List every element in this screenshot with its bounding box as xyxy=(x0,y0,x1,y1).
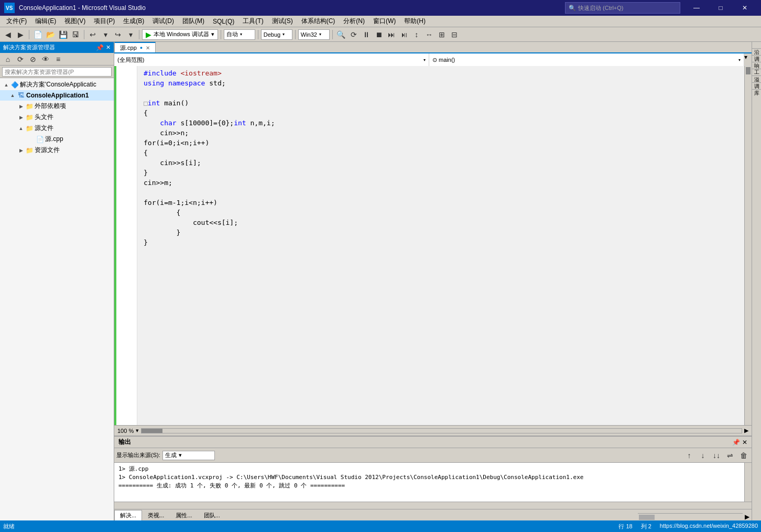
tree-external-deps[interactable]: ▶ 📁 外部依赖项 xyxy=(0,101,114,112)
tree-solution[interactable]: ▲ 🔷 解决方案'ConsoleApplicatic xyxy=(0,79,114,90)
output-scroll-end[interactable]: ↓↓ xyxy=(711,450,722,461)
menu-help[interactable]: 帮助(H) xyxy=(400,16,430,27)
sol-show-all-button[interactable]: 👁 xyxy=(40,53,51,65)
solution-search-input[interactable] xyxy=(2,67,112,77)
expand-source-icon[interactable]: ▲ xyxy=(17,124,25,133)
save-all-button[interactable]: 🖫 xyxy=(70,29,81,40)
expand-cpp-icon[interactable] xyxy=(27,135,36,144)
menu-team[interactable]: 团队(M) xyxy=(178,16,209,27)
menu-view[interactable]: 视图(V) xyxy=(60,16,90,27)
toolbar-btn-5[interactable]: ⏭ xyxy=(386,29,397,40)
redo-dropdown[interactable]: ▾ xyxy=(125,29,136,40)
expand-solution-icon[interactable]: ▲ xyxy=(2,81,10,89)
output-close-icon[interactable]: ✕ xyxy=(742,439,747,446)
menu-analyze[interactable]: 分析(N) xyxy=(339,16,369,27)
output-scroll-up[interactable]: ↑ xyxy=(683,450,695,461)
menu-sql[interactable]: SQL(Q) xyxy=(209,17,238,26)
expand-project-icon[interactable]: ▲ xyxy=(8,91,17,100)
output-clear[interactable]: 🗑 xyxy=(738,450,749,461)
right-strip-item-6[interactable]: 调 xyxy=(752,76,761,83)
new-file-button[interactable]: 📄 xyxy=(32,29,44,40)
scope-right-dropdown[interactable]: ⊙ main() ▾ xyxy=(429,53,744,66)
toolbar-btn-4[interactable]: ⏹ xyxy=(373,29,385,40)
output-pin-icon[interactable]: 📌 xyxy=(732,439,740,446)
toolbar-btn-1[interactable]: 🔍 xyxy=(335,29,347,40)
platform-dropdown[interactable]: Win32 ▾ xyxy=(298,29,330,40)
menu-window[interactable]: 窗口(W) xyxy=(369,16,400,27)
expand-external-icon[interactable]: ▶ xyxy=(17,102,25,111)
right-strip-item-2[interactable]: 调 xyxy=(752,49,761,56)
v-scroll-thumb[interactable] xyxy=(746,67,751,74)
undo-button[interactable]: ↩ xyxy=(87,29,99,40)
debug-dropdown[interactable]: Debug ▾ xyxy=(261,29,292,40)
sol-filter-button[interactable]: ⊘ xyxy=(27,53,39,65)
menu-build[interactable]: 生成(B) xyxy=(119,16,148,27)
bottom-h-scroll-thumb[interactable] xyxy=(639,515,655,520)
toolbar-btn-8[interactable]: ↔ xyxy=(423,29,435,40)
minimize-button[interactable]: — xyxy=(684,0,709,16)
status-link[interactable]: https://blog.csdn.net/weixin_42859280 xyxy=(660,523,758,530)
code-content[interactable]: #include <iostream> using namespace std;… xyxy=(137,66,744,425)
menu-debug[interactable]: 调试(D) xyxy=(148,16,178,27)
maximize-button[interactable]: □ xyxy=(709,0,733,16)
right-strip-item-4[interactable]: 工 xyxy=(752,62,761,69)
tree-resources[interactable]: ▶ 📁 资源文件 xyxy=(0,145,114,156)
tree-project[interactable]: ▲ 🏗 ConsoleApplication1 xyxy=(0,90,114,101)
h-scroll-right-arrow[interactable]: ▶ xyxy=(744,427,748,434)
right-strip-item-3[interactable]: 响 xyxy=(752,56,761,62)
sol-home-button[interactable]: ⌂ xyxy=(2,53,14,65)
h-scrollbar-track[interactable] xyxy=(141,428,742,433)
window-controls[interactable]: — □ ✕ xyxy=(684,0,757,16)
menu-file[interactable]: 文件(F) xyxy=(2,16,31,27)
output-source-dropdown[interactable]: 生成 ▾ xyxy=(162,451,215,460)
sol-refresh-button[interactable]: ⟳ xyxy=(15,53,26,65)
bottom-tab-team[interactable]: 团队... xyxy=(198,510,226,520)
redo-button[interactable]: ↪ xyxy=(112,29,124,40)
bottom-h-scroll[interactable] xyxy=(638,513,743,520)
tree-source-cpp[interactable]: 📄 源.cpp xyxy=(0,134,114,145)
output-scroll-down[interactable]: ↓ xyxy=(697,450,709,461)
bottom-tab-properties[interactable]: 属性... xyxy=(170,510,198,520)
close-panel-icon[interactable]: ✕ xyxy=(106,44,111,51)
bottom-tab-solution[interactable]: 解决... xyxy=(114,510,142,520)
run-button[interactable]: ▶ 本地 Windows 调试器 ▾ xyxy=(142,29,218,40)
toolbar-btn-3[interactable]: ⏸ xyxy=(361,29,372,40)
undo-dropdown[interactable]: ▾ xyxy=(100,29,111,40)
pin-icon[interactable]: 📌 xyxy=(96,44,104,51)
h-scroll-thumb[interactable] xyxy=(142,429,162,433)
tree-source-files[interactable]: ▲ 📁 源文件 xyxy=(0,123,114,134)
output-wrap[interactable]: ⇌ xyxy=(724,450,736,461)
output-h-scrollbar[interactable] xyxy=(114,502,752,509)
toolbar-btn-10[interactable]: ⊟ xyxy=(449,29,460,40)
toolbar-btn-6[interactable]: ⏯ xyxy=(398,29,410,40)
config-dropdown[interactable]: 自动 ▾ xyxy=(224,29,255,40)
scope-arrow-button[interactable]: ▾ xyxy=(744,53,752,66)
menu-tools[interactable]: 工具(T) xyxy=(238,16,267,27)
output-vertical-scrollbar[interactable] xyxy=(744,463,752,502)
forward-button[interactable]: ▶ xyxy=(15,29,26,40)
right-strip-item-5[interactable]: 溢 xyxy=(752,69,761,76)
bottom-tab-class[interactable]: 类视... xyxy=(142,510,170,520)
menu-edit[interactable]: 编辑(E) xyxy=(31,16,60,27)
toolbar-btn-7[interactable]: ↕ xyxy=(411,29,422,40)
tab-source-cpp-close[interactable]: ✕ xyxy=(146,45,150,51)
toolbar-btn-2[interactable]: ⟳ xyxy=(348,29,360,40)
scope-left-dropdown[interactable]: (全局范围) ▾ xyxy=(114,53,429,66)
menu-test[interactable]: 测试(S) xyxy=(268,16,297,27)
zoom-dropdown-icon[interactable]: ▾ xyxy=(136,427,139,434)
menu-architecture[interactable]: 体系结构(C) xyxy=(297,16,340,27)
close-button[interactable]: ✕ xyxy=(733,0,757,16)
bottom-scroll-right[interactable]: ▶ xyxy=(743,513,752,520)
tab-source-cpp[interactable]: 源.cpp ● ✕ xyxy=(114,42,156,52)
sol-properties-button[interactable]: ≡ xyxy=(52,53,64,65)
save-button[interactable]: 💾 xyxy=(57,29,69,40)
vertical-scrollbar[interactable] xyxy=(744,66,752,425)
right-strip-item-7[interactable]: 库 xyxy=(752,83,761,90)
back-button[interactable]: ◀ xyxy=(2,29,14,40)
right-strip-item-1[interactable]: 沿 xyxy=(752,42,761,49)
menu-project[interactable]: 项目(P) xyxy=(90,16,119,27)
expand-resources-icon[interactable]: ▶ xyxy=(17,146,25,155)
tree-headers[interactable]: ▶ 📁 头文件 xyxy=(0,112,114,123)
expand-headers-icon[interactable]: ▶ xyxy=(17,113,25,122)
quick-launch[interactable]: 🔍 快速启动 (Ctrl+Q) xyxy=(565,2,680,14)
